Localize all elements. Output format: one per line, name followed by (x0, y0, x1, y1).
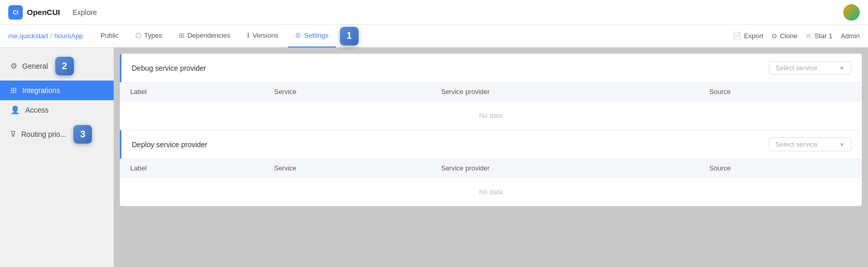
general-icon: ⚙ (10, 61, 17, 71)
tab-public[interactable]: Public (94, 25, 126, 48)
access-icon: 👤 (10, 105, 20, 115)
debug-col-source: Source (699, 83, 862, 101)
deploy-no-data-text: No data (120, 178, 862, 207)
deploy-col-provider: Service provider (431, 159, 699, 178)
deploy-chevron-icon: ▼ (839, 142, 845, 148)
debug-col-label: Label (120, 83, 264, 101)
export-label: Export (744, 32, 764, 40)
star-icon: ☆ (805, 32, 812, 40)
user-avatar[interactable] (843, 4, 860, 21)
debug-table: Label Service Service provider Source No… (120, 82, 862, 130)
sidebar-item-integrations[interactable]: ⊞ Integrations (0, 81, 114, 100)
deploy-select-placeholder: Select service (776, 140, 817, 148)
app-logo-icon: CI (8, 5, 23, 20)
routing-icon: ⊽ (10, 130, 16, 139)
breadcrumb-current[interactable]: hoursApp (54, 32, 83, 40)
logo-area: CI OpenCUI (8, 5, 60, 20)
deploy-table-header-row: Label Service Service provider Source (120, 159, 862, 178)
export-icon: 📄 (733, 32, 741, 40)
debug-table-header-row: Label Service Service provider Source (120, 83, 862, 101)
debug-section-title: Debug service provider (132, 64, 206, 72)
tab-types-label: Types (144, 32, 162, 39)
sidebar-access-label: Access (25, 106, 49, 114)
tab-versions[interactable]: ℹ Versions (240, 25, 286, 48)
admin-label: Admin (841, 32, 860, 40)
star-label: Star 1 (814, 32, 832, 40)
explore-label: Explore (72, 8, 843, 17)
star-button[interactable]: ☆ Star 1 (805, 32, 832, 40)
sidebar-item-access[interactable]: 👤 Access (0, 100, 114, 120)
debug-no-data-row: No data (120, 101, 862, 130)
step-badge-3: 3 (73, 125, 92, 144)
deploy-section: Deploy service provider Select service ▼… (120, 130, 862, 206)
types-icon: ⬡ (135, 32, 141, 39)
deploy-no-data-row: No data (120, 178, 862, 207)
admin-button[interactable]: Admin (841, 32, 860, 40)
debug-section: Debug service provider Select service ▼ … (120, 54, 862, 130)
sidebar-integrations-label: Integrations (22, 86, 60, 95)
tab-public-label: Public (101, 32, 119, 39)
sidebar-general-label: General (22, 62, 48, 70)
debug-col-provider: Service provider (431, 83, 699, 101)
sidebar-item-general[interactable]: ⚙ General 2 (0, 52, 114, 81)
content-area: Debug service provider Select service ▼ … (114, 48, 868, 267)
tab-settings-label: Settings (304, 32, 329, 39)
breadcrumb: me.quickstart / hoursApp (8, 32, 83, 40)
deploy-col-label: Label (120, 159, 264, 178)
breadcrumb-link[interactable]: me.quickstart (8, 32, 48, 40)
debug-select-placeholder: Select service (776, 64, 817, 72)
app-name: OpenCUI (27, 8, 60, 17)
step-badge-2: 2 (55, 57, 74, 75)
debug-chevron-icon: ▼ (839, 65, 845, 71)
tab-versions-label: Versions (253, 32, 278, 39)
clone-icon: ⊙ (771, 32, 777, 40)
deploy-col-service: Service (264, 159, 430, 178)
debug-col-service: Service (264, 83, 430, 101)
clone-button[interactable]: ⊙ Clone (771, 32, 797, 40)
sidebar-item-routing[interactable]: ⊽ Routing prio... 3 (0, 120, 114, 149)
breadcrumb-separator: / (50, 32, 52, 40)
versions-icon: ℹ (247, 32, 250, 39)
top-bar: CI OpenCUI Explore (0, 0, 868, 25)
deploy-select-service[interactable]: Select service ▼ (769, 137, 851, 151)
deploy-col-source: Source (699, 159, 862, 178)
sidebar: ⚙ General 2 ⊞ Integrations 👤 Access ⊽ Ro… (0, 48, 114, 267)
export-button[interactable]: 📄 Export (733, 32, 764, 40)
tab-dependencies[interactable]: ⊞ Dependencies (172, 25, 238, 48)
clone-label: Clone (780, 32, 797, 40)
debug-no-data-text: No data (120, 101, 862, 130)
tab-settings[interactable]: ⚙ Settings (288, 25, 336, 48)
dependencies-icon: ⊞ (179, 32, 184, 39)
nav-bar: me.quickstart / hoursApp Public ⬡ Types … (0, 25, 868, 48)
content-panel: Debug service provider Select service ▼ … (120, 54, 862, 206)
sidebar-routing-label: Routing prio... (21, 130, 66, 138)
deploy-table: Label Service Service provider Source No… (120, 159, 862, 206)
deploy-section-header: Deploy service provider Select service ▼ (120, 130, 862, 159)
deploy-section-title: Deploy service provider (132, 140, 207, 149)
integrations-icon: ⊞ (10, 86, 17, 95)
nav-right-actions: 📄 Export ⊙ Clone ☆ Star 1 Admin (733, 32, 860, 40)
tab-types[interactable]: ⬡ Types (128, 25, 169, 48)
step-badge-1: 1 (340, 27, 359, 45)
tab-dependencies-label: Dependencies (188, 32, 230, 39)
settings-icon: ⚙ (295, 32, 301, 39)
debug-select-service[interactable]: Select service ▼ (769, 61, 851, 75)
debug-section-header: Debug service provider Select service ▼ (120, 54, 862, 82)
main-layout: ⚙ General 2 ⊞ Integrations 👤 Access ⊽ Ro… (0, 48, 868, 267)
